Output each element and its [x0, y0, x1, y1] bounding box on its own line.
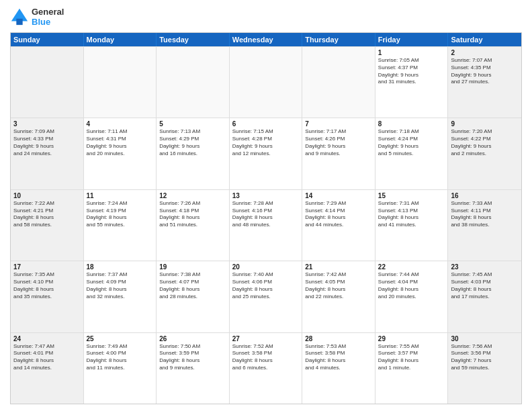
header-cell-tuesday: Tuesday — [157, 33, 230, 46]
cal-cell-empty-4 — [302, 47, 375, 118]
day-number: 8 — [378, 120, 445, 128]
page: General Blue SundayMondayTuesdayWednesda… — [0, 0, 532, 411]
cell-text: Sunrise: 7:11 AM Sunset: 4:31 PM Dayligh… — [87, 128, 154, 157]
cal-cell-19: 19Sunrise: 7:38 AM Sunset: 4:07 PM Dayli… — [157, 261, 230, 332]
cal-cell-26: 26Sunrise: 7:50 AM Sunset: 3:59 PM Dayli… — [157, 333, 230, 404]
cal-cell-empty-2 — [157, 47, 230, 118]
header-cell-friday: Friday — [375, 33, 449, 46]
cell-text: Sunrise: 7:38 AM Sunset: 4:07 PM Dayligh… — [159, 271, 226, 300]
cal-cell-6: 6Sunrise: 7:15 AM Sunset: 4:28 PM Daylig… — [230, 118, 303, 189]
cell-text: Sunrise: 7:20 AM Sunset: 4:22 PM Dayligh… — [451, 128, 519, 157]
cell-text: Sunrise: 7:05 AM Sunset: 4:37 PM Dayligh… — [378, 57, 445, 86]
header: General Blue — [10, 7, 522, 27]
day-number: 22 — [378, 263, 445, 271]
calendar: SundayMondayTuesdayWednesdayThursdayFrid… — [10, 32, 522, 404]
logo-text: General Blue — [32, 7, 64, 27]
cell-text: Sunrise: 7:52 AM Sunset: 3:58 PM Dayligh… — [232, 343, 300, 372]
day-number: 3 — [13, 120, 81, 128]
cell-text: Sunrise: 7:15 AM Sunset: 4:28 PM Dayligh… — [232, 128, 300, 157]
cell-text: Sunrise: 7:07 AM Sunset: 4:35 PM Dayligh… — [451, 57, 519, 86]
cal-cell-28: 28Sunrise: 7:53 AM Sunset: 3:58 PM Dayli… — [302, 333, 375, 404]
day-number: 11 — [87, 192, 154, 199]
cal-cell-4: 4Sunrise: 7:11 AM Sunset: 4:31 PM Daylig… — [84, 118, 157, 189]
cell-text: Sunrise: 7:09 AM Sunset: 4:33 PM Dayligh… — [13, 128, 81, 157]
cal-cell-29: 29Sunrise: 7:55 AM Sunset: 3:57 PM Dayli… — [375, 333, 449, 404]
cell-text: Sunrise: 7:35 AM Sunset: 4:10 PM Dayligh… — [13, 271, 81, 300]
cal-cell-23: 23Sunrise: 7:45 AM Sunset: 4:03 PM Dayli… — [448, 261, 521, 332]
day-number: 30 — [451, 335, 519, 342]
cal-cell-empty-0 — [11, 47, 84, 118]
cell-text: Sunrise: 7:53 AM Sunset: 3:58 PM Dayligh… — [305, 343, 372, 372]
day-number: 28 — [305, 335, 372, 342]
day-number: 23 — [451, 263, 519, 271]
cell-text: Sunrise: 7:44 AM Sunset: 4:04 PM Dayligh… — [378, 271, 445, 300]
day-number: 12 — [159, 192, 226, 199]
cal-cell-21: 21Sunrise: 7:42 AM Sunset: 4:05 PM Dayli… — [302, 261, 375, 332]
header-cell-monday: Monday — [84, 33, 157, 46]
day-number: 29 — [378, 335, 445, 342]
cal-cell-17: 17Sunrise: 7:35 AM Sunset: 4:10 PM Dayli… — [11, 261, 84, 332]
cal-cell-13: 13Sunrise: 7:28 AM Sunset: 4:16 PM Dayli… — [230, 190, 303, 261]
week-row-5: 24Sunrise: 7:47 AM Sunset: 4:01 PM Dayli… — [11, 332, 521, 404]
day-number: 27 — [232, 335, 300, 342]
cal-cell-8: 8Sunrise: 7:18 AM Sunset: 4:24 PM Daylig… — [375, 118, 449, 189]
day-number: 26 — [159, 335, 226, 342]
day-number: 13 — [232, 192, 300, 199]
day-number: 4 — [87, 120, 154, 128]
cell-text: Sunrise: 7:17 AM Sunset: 4:26 PM Dayligh… — [305, 128, 372, 157]
cell-text: Sunrise: 7:31 AM Sunset: 4:13 PM Dayligh… — [378, 200, 445, 229]
cal-cell-empty-3 — [230, 47, 303, 118]
cal-cell-12: 12Sunrise: 7:26 AM Sunset: 4:18 PM Dayli… — [157, 190, 230, 261]
day-number: 21 — [305, 263, 372, 271]
day-number: 10 — [13, 192, 81, 199]
cal-cell-22: 22Sunrise: 7:44 AM Sunset: 4:04 PM Dayli… — [375, 261, 449, 332]
logo: General Blue — [10, 7, 64, 27]
day-number: 16 — [451, 192, 519, 199]
cell-text: Sunrise: 7:47 AM Sunset: 4:01 PM Dayligh… — [13, 343, 81, 372]
cell-text: Sunrise: 7:40 AM Sunset: 4:06 PM Dayligh… — [232, 271, 300, 300]
day-number: 25 — [87, 335, 154, 342]
cal-cell-30: 30Sunrise: 7:56 AM Sunset: 3:56 PM Dayli… — [448, 333, 521, 404]
cal-cell-20: 20Sunrise: 7:40 AM Sunset: 4:06 PM Dayli… — [230, 261, 303, 332]
cell-text: Sunrise: 7:33 AM Sunset: 4:11 PM Dayligh… — [451, 200, 519, 229]
cal-cell-25: 25Sunrise: 7:49 AM Sunset: 4:00 PM Dayli… — [84, 333, 157, 404]
cal-cell-18: 18Sunrise: 7:37 AM Sunset: 4:09 PM Dayli… — [84, 261, 157, 332]
day-number: 1 — [378, 49, 445, 56]
calendar-header: SundayMondayTuesdayWednesdayThursdayFrid… — [11, 33, 521, 46]
header-cell-wednesday: Wednesday — [230, 33, 303, 46]
day-number: 9 — [451, 120, 519, 128]
cal-cell-5: 5Sunrise: 7:13 AM Sunset: 4:29 PM Daylig… — [157, 118, 230, 189]
week-row-3: 10Sunrise: 7:22 AM Sunset: 4:21 PM Dayli… — [11, 189, 521, 261]
cell-text: Sunrise: 7:50 AM Sunset: 3:59 PM Dayligh… — [159, 343, 226, 372]
cal-cell-2: 2Sunrise: 7:07 AM Sunset: 4:35 PM Daylig… — [448, 47, 521, 118]
day-number: 17 — [13, 263, 81, 271]
day-number: 19 — [159, 263, 226, 271]
cell-text: Sunrise: 7:55 AM Sunset: 3:57 PM Dayligh… — [378, 343, 445, 372]
cell-text: Sunrise: 7:18 AM Sunset: 4:24 PM Dayligh… — [378, 128, 445, 157]
cell-text: Sunrise: 7:49 AM Sunset: 4:00 PM Dayligh… — [87, 343, 154, 372]
cell-text: Sunrise: 7:45 AM Sunset: 4:03 PM Dayligh… — [451, 271, 519, 300]
cal-cell-10: 10Sunrise: 7:22 AM Sunset: 4:21 PM Dayli… — [11, 190, 84, 261]
header-cell-thursday: Thursday — [302, 33, 375, 46]
week-row-2: 3Sunrise: 7:09 AM Sunset: 4:33 PM Daylig… — [11, 118, 521, 189]
week-row-1: 1Sunrise: 7:05 AM Sunset: 4:37 PM Daylig… — [11, 46, 521, 118]
cell-text: Sunrise: 7:28 AM Sunset: 4:16 PM Dayligh… — [232, 200, 300, 229]
cal-cell-1: 1Sunrise: 7:05 AM Sunset: 4:37 PM Daylig… — [375, 47, 449, 118]
header-cell-sunday: Sunday — [11, 33, 84, 46]
cal-cell-9: 9Sunrise: 7:20 AM Sunset: 4:22 PM Daylig… — [448, 118, 521, 189]
cell-text: Sunrise: 7:13 AM Sunset: 4:29 PM Dayligh… — [159, 128, 226, 157]
day-number: 2 — [451, 49, 519, 56]
cal-cell-14: 14Sunrise: 7:29 AM Sunset: 4:14 PM Dayli… — [302, 190, 375, 261]
cal-cell-15: 15Sunrise: 7:31 AM Sunset: 4:13 PM Dayli… — [375, 190, 449, 261]
day-number: 18 — [87, 263, 154, 271]
day-number: 6 — [232, 120, 300, 128]
cell-text: Sunrise: 7:42 AM Sunset: 4:05 PM Dayligh… — [305, 271, 372, 300]
day-number: 15 — [378, 192, 445, 199]
cal-cell-11: 11Sunrise: 7:24 AM Sunset: 4:19 PM Dayli… — [84, 190, 157, 261]
day-number: 24 — [13, 335, 81, 342]
svg-rect-1 — [16, 19, 22, 25]
cal-cell-27: 27Sunrise: 7:52 AM Sunset: 3:58 PM Dayli… — [230, 333, 303, 404]
week-row-4: 17Sunrise: 7:35 AM Sunset: 4:10 PM Dayli… — [11, 261, 521, 332]
day-number: 5 — [159, 120, 226, 128]
cal-cell-empty-1 — [84, 47, 157, 118]
